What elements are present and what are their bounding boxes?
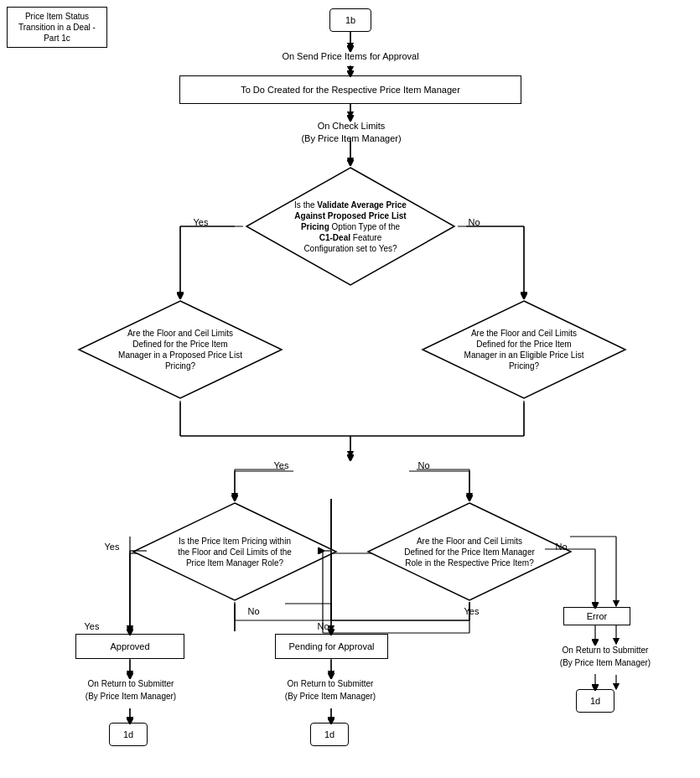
no-label-pending: No	[309, 620, 338, 633]
text-return-error: On Return to Submitter (By Price Item Ma…	[543, 644, 667, 670]
diamond-within: Is the Price Item Pricing within the Flo…	[130, 500, 340, 604]
node-1d-c: 1d	[576, 689, 614, 713]
corner-label: Price Item Status Transition in a Deal -…	[7, 7, 107, 48]
no-label-fc: No	[547, 541, 576, 553]
box-pending: Pending for Approval	[275, 634, 388, 659]
no-label-split: No	[409, 459, 438, 472]
yes-label-approved: Yes	[77, 620, 106, 633]
box-todo: To Do Created for the Respective Price I…	[179, 75, 521, 104]
corner-label-text: Price Item Status Transition in a Deal -…	[18, 12, 96, 43]
text-check: On Check Limits (By Price Item Manager)	[285, 120, 417, 146]
diamond-floor-ceil: Are the Floor and Ceil Limits Defined fo…	[365, 500, 574, 604]
text-return-pending: On Return to Submitter (By Price Item Ma…	[268, 677, 392, 703]
node-1b: 1b	[329, 8, 371, 32]
yes-label-main: Yes	[186, 216, 215, 229]
diamond-validate: Is the Validate Average Price Against Pr…	[243, 164, 458, 288]
yes-label-split: Yes	[267, 459, 296, 472]
diagram-container: Price Item Status Transition in a Deal -…	[0, 0, 700, 778]
no-label-main: No	[459, 216, 489, 229]
yes-label-within: Yes	[97, 541, 127, 553]
box-approved: Approved	[75, 634, 184, 659]
text-send: On Send Price Items for Approval	[251, 50, 449, 63]
box-error: Error	[563, 607, 630, 625]
diamond-proposed: Are the Floor and Ceil Limits Defined fo…	[75, 298, 285, 402]
node-1d-a: 1d	[109, 723, 148, 746]
text-return-approved: On Return to Submitter (By Price Item Ma…	[69, 677, 193, 703]
node-1d-b: 1d	[310, 723, 349, 746]
no-label-within: No	[239, 605, 268, 618]
diamond-eligible: Are the Floor and Ceil Limits Defined fo…	[419, 298, 629, 402]
yes-label-fc: Yes	[457, 605, 486, 618]
